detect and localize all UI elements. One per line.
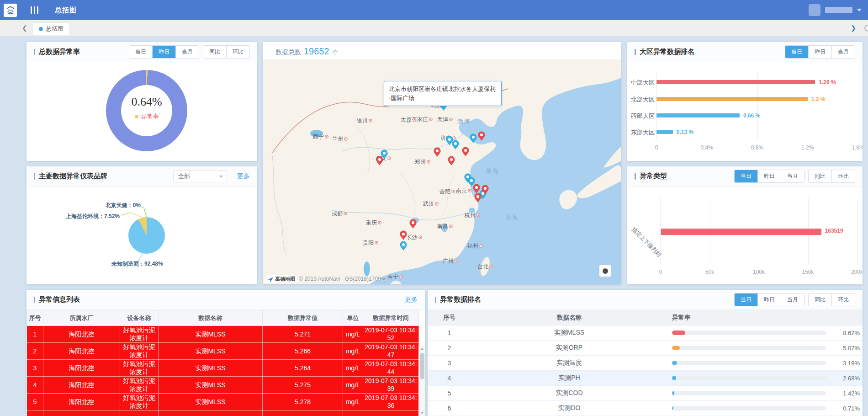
brand-more-link[interactable]: 更多 [237, 172, 250, 181]
table-cell: 3 [27, 360, 43, 377]
amap-logo[interactable]: 高德地图 [265, 275, 297, 283]
ranking-row[interactable]: 4实测PH2.68% [428, 371, 863, 386]
bar-西部大区[interactable] [656, 113, 740, 117]
pie-chart-area: 北京天健：0% 上海益伦环境：7.52% 未知制造商：92.48% [26, 187, 257, 284]
tab-环比[interactable]: 环比 [226, 46, 249, 58]
breadcrumb-forward-icon[interactable]: ❯ [851, 24, 856, 32]
bar-东部大区[interactable] [656, 130, 673, 134]
col-数据异常时间: 数据异常时间 [363, 310, 419, 326]
tab-当月[interactable]: 当月 [781, 170, 804, 182]
map-marker-tooltip: 北京市朝阳区崔各庄镇北控水务大厦保利·国际广场 [384, 81, 502, 106]
table-cell: 1 [27, 326, 43, 343]
panel-header: 异常数据排名 当日昨日当月同比环比 [428, 290, 863, 310]
table-scrollbar[interactable]: ▲ ▼ [418, 346, 425, 416]
app-logo[interactable] [4, 4, 17, 17]
period-tab-group: 当日昨日当月 [129, 45, 199, 59]
ranking-row[interactable]: 2实测ORP5.07% [428, 341, 863, 356]
bar-中部大区[interactable] [656, 80, 815, 84]
table-cell: 2019-07-03 10:34:47 [363, 343, 419, 360]
table-row[interactable]: 4海阳北控好氧池污泥浓度计实测MLSS5.275mg/L2019-07-03 1… [27, 377, 419, 394]
svg-text:西宁: 西宁 [313, 133, 324, 140]
logo-seal-icon [5, 5, 16, 15]
menu-toggle-icon[interactable] [31, 6, 38, 14]
breadcrumb-back-icon[interactable]: ❮ [22, 24, 27, 32]
scrollbar-thumb[interactable] [420, 353, 424, 379]
rank-index: 3 [428, 359, 471, 367]
breadcrumb-refresh-icon[interactable] [864, 25, 868, 32]
svg-text:成都: 成都 [332, 210, 343, 217]
ranking-rows: 1实测MLSS8.62%2实测ORP5.07%3实测温度3.19%4实测PH2.… [428, 325, 863, 416]
tab-当日[interactable]: 当日 [735, 293, 757, 306]
rank-index: 2 [428, 344, 471, 352]
x-axis-label: 1.2% [801, 144, 814, 151]
tab-昨日[interactable]: 昨日 [757, 293, 781, 306]
x-gridline [858, 71, 858, 141]
table-row[interactable]: 1海阳北控好氧池污泥浓度计实测MLSS5.271mg/L2019-07-03 1… [27, 326, 419, 343]
scroll-down-icon[interactable]: ▼ [419, 411, 425, 415]
donut-legend[interactable]: 异常率 [135, 112, 159, 121]
table-cell: mg/L [343, 377, 363, 394]
ranking-row[interactable]: 5实测COD1.42% [428, 386, 863, 401]
period-tab-group: 同比环比 [808, 293, 855, 306]
table-row[interactable] [27, 411, 419, 416]
rank-index: 5 [428, 389, 471, 397]
rank-bar-cell: 3.19% [667, 360, 863, 367]
table-cell [343, 411, 363, 416]
ranking-row[interactable]: 1实测MLSS8.62% [428, 325, 863, 341]
select-value: 全部 [178, 172, 190, 181]
tab-同比[interactable]: 同比 [809, 293, 831, 306]
rate-track [672, 361, 826, 365]
col-数据名称: 数据名称 [159, 310, 263, 326]
tab-当日[interactable]: 当日 [129, 46, 152, 58]
table-cell: 2019-07-03 10:34:39 [363, 377, 419, 394]
table-cell: 好氧池污泥浓度计 [120, 377, 159, 394]
breadcrumb-tab[interactable]: 总括图 [33, 22, 69, 35]
svg-text:天津: 天津 [437, 116, 448, 123]
pie-label-beijing: 北京天健：0% [93, 202, 141, 209]
x-axis-label: 0.4% [701, 144, 713, 151]
ranking-row[interactable]: 6实测DO0.71% [428, 401, 863, 416]
table-row[interactable]: 3海阳北控好氧池污泥浓度计实测MLSS5.264mg/L2019-07-03 1… [27, 360, 419, 377]
table-cell: mg/L [343, 360, 363, 377]
tab-当月[interactable]: 当月 [175, 46, 199, 58]
tab-环比[interactable]: 环比 [831, 293, 855, 306]
bar-指定上下限判别[interactable] [661, 229, 821, 235]
tab-当月[interactable]: 当月 [831, 46, 855, 58]
period-tab-group: 同比环比 [203, 45, 250, 59]
tab-昨日[interactable]: 昨日 [808, 46, 831, 58]
panel-header: 异常类型 当日昨日当月同比环比 [627, 166, 863, 187]
rank-index: 4 [428, 374, 471, 382]
tab-昨日[interactable]: 昨日 [152, 46, 175, 58]
bar-北部大区[interactable] [656, 97, 808, 101]
tab-昨日[interactable]: 昨日 [757, 170, 781, 182]
scroll-up-icon[interactable]: ▲ [419, 347, 425, 351]
brand-filter-select[interactable]: 全部 [173, 170, 227, 182]
list-more-link[interactable]: 更多 [405, 296, 418, 304]
table-cell: 实测MLSS [159, 377, 263, 394]
x-axis-label: 100k [753, 269, 765, 275]
table-cell: 海阳北控 [43, 343, 120, 360]
bar-category-label: 中部大区 [628, 79, 655, 87]
svg-text:郑州: 郑州 [415, 159, 426, 165]
tab-同比[interactable]: 同比 [203, 46, 226, 58]
tab-当日[interactable]: 当日 [735, 170, 757, 182]
rate-percent: 1.42% [831, 390, 860, 397]
tab-环比[interactable]: 环比 [831, 170, 855, 182]
table-row[interactable]: 5海阳北控好氧池污泥浓度计实测MLSS5.278mg/L2019-07-03 1… [27, 394, 419, 411]
donut-value: 0.64% [131, 95, 162, 109]
table-cell: 好氧池污泥浓度计 [120, 343, 159, 360]
tab-当月[interactable]: 当月 [781, 293, 804, 306]
ranking-row[interactable]: 3实测温度3.19% [428, 356, 863, 371]
map-overview-control[interactable] [599, 265, 611, 277]
tab-当日[interactable]: 当日 [785, 46, 808, 58]
x-axis-label: 200k [851, 269, 863, 275]
tab-同比[interactable]: 同比 [809, 170, 831, 182]
ranking-table-header: 序号 数据名称 异常率 [428, 310, 863, 325]
user-menu-caret-icon[interactable] [857, 9, 862, 11]
pie-label-shanghai: 上海益伦环境：7.52% [42, 213, 120, 220]
panel-title: 主要数据异常仪表品牌 [39, 172, 107, 181]
user-zone [809, 0, 862, 20]
table-row[interactable]: 2海阳北控好氧池污泥浓度计实测MLSS5.266mg/L2019-07-03 1… [27, 343, 419, 360]
table-cell: mg/L [343, 326, 363, 343]
user-avatar[interactable] [809, 4, 820, 16]
